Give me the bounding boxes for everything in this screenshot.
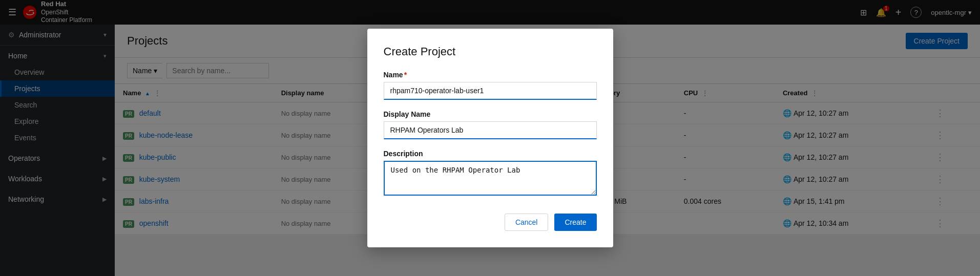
- name-form-group: Name*: [384, 71, 597, 100]
- name-label: Name*: [384, 71, 597, 79]
- cancel-button[interactable]: Cancel: [505, 214, 549, 231]
- display-name-input[interactable]: [384, 121, 597, 139]
- description-form-group: Description: [384, 150, 597, 197]
- create-project-modal: Create Project Name* Display Name Descri…: [367, 29, 613, 247]
- create-button[interactable]: Create: [554, 214, 596, 231]
- modal-overlay: Create Project Name* Display Name Descri…: [0, 0, 980, 276]
- project-name-input[interactable]: [384, 82, 597, 100]
- description-label: Description: [384, 150, 597, 158]
- modal-title: Create Project: [384, 45, 597, 58]
- description-textarea[interactable]: [384, 161, 597, 196]
- display-name-form-group: Display Name: [384, 110, 597, 139]
- required-star: *: [404, 71, 407, 79]
- modal-actions: Cancel Create: [384, 214, 597, 231]
- display-name-label: Display Name: [384, 110, 597, 118]
